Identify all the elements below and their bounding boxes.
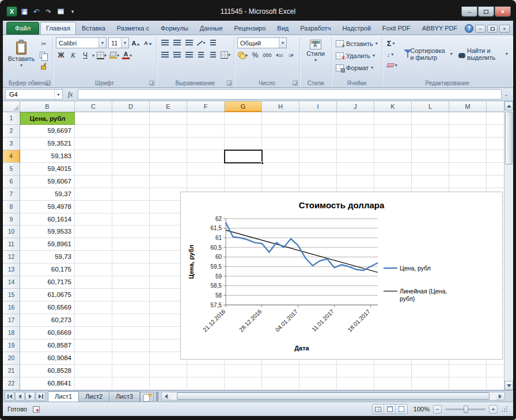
- tab-ABBYY PDF[interactable]: ABBYY PDF: [416, 22, 464, 35]
- help-icon[interactable]: [465, 24, 473, 33]
- cell-G5[interactable]: [225, 163, 262, 175]
- cell-B1[interactable]: Цена, рубл: [20, 112, 75, 125]
- format-painter-icon[interactable]: [38, 61, 50, 71]
- cell-M2[interactable]: [449, 125, 487, 138]
- cell-D5[interactable]: [112, 163, 150, 175]
- tab-Файл[interactable]: Файл: [6, 22, 39, 35]
- row-header-20[interactable]: 20: [3, 352, 20, 365]
- cell-E1[interactable]: [150, 112, 187, 125]
- align-bottom-button[interactable]: [184, 37, 194, 48]
- cell-K5[interactable]: [374, 163, 412, 175]
- row-header-18[interactable]: 18: [3, 327, 20, 339]
- cell-C13[interactable]: [75, 264, 112, 276]
- cell-D7[interactable]: [112, 188, 150, 201]
- cell-J21[interactable]: [337, 365, 374, 377]
- selected-cell-outline[interactable]: [224, 150, 263, 163]
- cell-B6[interactable]: 59,6067: [20, 175, 75, 188]
- cell-J3[interactable]: [337, 138, 374, 150]
- insert-function-icon[interactable]: fx: [63, 90, 78, 99]
- cell-D11[interactable]: [112, 238, 150, 251]
- page-break-view-icon[interactable]: [396, 404, 407, 414]
- cell-M4[interactable]: [449, 150, 487, 163]
- cell-K22[interactable]: [374, 377, 412, 390]
- cell-E5[interactable]: [150, 163, 187, 175]
- cell-H21[interactable]: [262, 365, 299, 377]
- row-header-21[interactable]: 21: [3, 365, 20, 377]
- italic-button[interactable]: К: [68, 50, 78, 60]
- row-header-8[interactable]: 8: [3, 201, 20, 213]
- select-all-corner[interactable]: [3, 101, 20, 112]
- cell-F4[interactable]: [187, 150, 225, 163]
- prev-sheet-icon[interactable]: [15, 392, 25, 401]
- increase-font-icon[interactable]: А: [131, 38, 141, 48]
- cell-B14[interactable]: 60,7175: [20, 276, 75, 289]
- column-header-H[interactable]: H: [262, 101, 299, 112]
- fill-handle[interactable]: [261, 162, 264, 165]
- cell-B12[interactable]: 59,73: [20, 251, 75, 264]
- cell-M6[interactable]: [449, 175, 487, 188]
- cell-F2[interactable]: [187, 125, 225, 138]
- cell-D19[interactable]: [112, 339, 150, 352]
- scroll-up-icon[interactable]: [504, 101, 513, 110]
- wrap-text-icon[interactable]: [208, 37, 218, 48]
- normal-view-icon[interactable]: [373, 404, 384, 414]
- cell-C18[interactable]: [75, 327, 112, 339]
- alignment-dialog-launcher-icon[interactable]: [227, 81, 232, 86]
- row-header-2[interactable]: 2: [3, 125, 20, 138]
- cell-G3[interactable]: [225, 138, 262, 150]
- row-header-1[interactable]: 1: [3, 112, 20, 125]
- sort-filter-button[interactable]: Сортировка и фильтр ▾: [401, 37, 454, 70]
- zoom-in-icon[interactable]: +: [489, 405, 498, 414]
- cell-F5[interactable]: [187, 163, 225, 175]
- borders-icon[interactable]: ▾: [96, 50, 107, 60]
- cell-I22[interactable]: [299, 377, 337, 390]
- cell-H22[interactable]: [262, 377, 299, 390]
- resize-grip-icon[interactable]: [501, 404, 509, 414]
- zoom-slider[interactable]: [445, 408, 485, 410]
- cell-B17[interactable]: 60,273: [20, 314, 75, 327]
- increase-indent-icon[interactable]: [208, 49, 218, 60]
- vertical-scrollbar[interactable]: [504, 101, 513, 390]
- cell-D4[interactable]: [112, 150, 150, 163]
- maximize-button[interactable]: [478, 6, 494, 17]
- cell-K3[interactable]: [374, 138, 412, 150]
- cell-J5[interactable]: [337, 163, 374, 175]
- cell-C19[interactable]: [75, 339, 112, 352]
- row-header-5[interactable]: 5: [3, 163, 20, 175]
- cell-L3[interactable]: [412, 138, 449, 150]
- scroll-left-icon[interactable]: [162, 392, 170, 400]
- column-header-E[interactable]: E: [150, 101, 187, 112]
- cell-L2[interactable]: [412, 125, 449, 138]
- macro-record-icon[interactable]: [33, 406, 40, 413]
- zoom-slider-thumb[interactable]: [464, 406, 468, 413]
- clear-button[interactable]: ▾: [385, 60, 399, 70]
- font-size-select[interactable]: 11▾: [108, 37, 129, 48]
- cell-D13[interactable]: [112, 264, 150, 276]
- first-sheet-icon[interactable]: [5, 392, 14, 401]
- number-dialog-launcher-icon[interactable]: [293, 81, 298, 86]
- save-icon[interactable]: [19, 7, 29, 17]
- insert-cells-button[interactable]: Вставить ▾: [335, 37, 379, 49]
- insert-worksheet-icon[interactable]: [140, 392, 154, 402]
- cut-icon[interactable]: ✂: [38, 39, 50, 49]
- last-sheet-icon[interactable]: [36, 392, 45, 401]
- row-header-6[interactable]: 6: [3, 175, 20, 188]
- column-header-K[interactable]: K: [374, 101, 412, 112]
- cell-C10[interactable]: [75, 226, 112, 238]
- cell-C1[interactable]: [75, 112, 112, 125]
- column-header-D[interactable]: D: [112, 101, 150, 112]
- scroll-right-icon[interactable]: [496, 392, 504, 400]
- workbook-restore-button[interactable]: [487, 25, 498, 33]
- cell-B10[interactable]: 59,9533: [20, 226, 75, 238]
- qat-customize-dropdown-icon[interactable]: ▾: [67, 7, 78, 17]
- merge-center-icon[interactable]: ▾: [220, 49, 231, 60]
- percent-style-button[interactable]: %: [250, 50, 260, 60]
- cell-J6[interactable]: [337, 175, 374, 188]
- cell-B4[interactable]: 59,183: [20, 150, 75, 163]
- cell-B8[interactable]: 59,4978: [20, 201, 75, 213]
- cell-J4[interactable]: [337, 150, 374, 163]
- cell-L21[interactable]: [412, 365, 449, 377]
- column-header-L[interactable]: L: [412, 101, 449, 112]
- tab-Формулы[interactable]: Формулы: [155, 22, 194, 35]
- cell-E4[interactable]: [150, 150, 187, 163]
